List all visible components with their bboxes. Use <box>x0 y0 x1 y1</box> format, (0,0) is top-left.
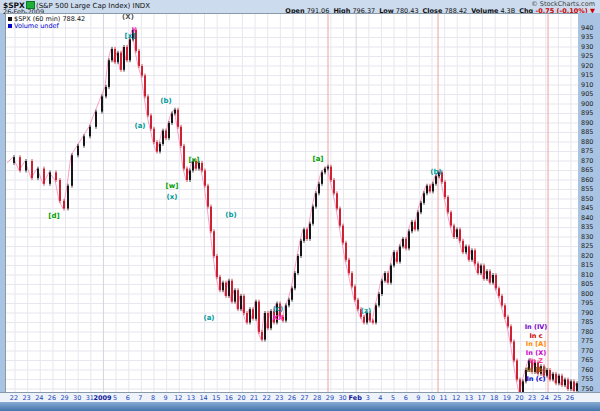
candle-body <box>138 51 140 66</box>
candle-body <box>37 169 39 179</box>
candle-body <box>177 110 179 127</box>
price-tick-label: 860 <box>581 176 593 184</box>
price-tick-label: 755 <box>581 375 593 383</box>
date-tick-label: 23 <box>528 394 536 402</box>
candle-body <box>63 201 65 209</box>
candle-body <box>210 207 212 232</box>
candle-body <box>183 146 185 169</box>
candle-body <box>49 172 51 183</box>
wave-label: (a) <box>203 314 214 322</box>
price-axis: 9409359309259209159109059008958908858808… <box>578 13 600 391</box>
candle-body <box>492 275 494 283</box>
candle-body <box>120 53 122 70</box>
candle-body <box>267 313 269 328</box>
date-tick-label: 24 <box>35 394 43 402</box>
candle-body <box>77 146 79 156</box>
candle-body <box>180 127 182 146</box>
candle-body <box>171 114 173 124</box>
candle-body <box>43 169 45 184</box>
price-tick-label: 800 <box>581 290 593 298</box>
date-tick-label: 3 <box>366 394 370 402</box>
date-tick-label: 27 <box>300 394 308 402</box>
price-tick-label: 865 <box>581 166 593 174</box>
date-tick-label: 26 <box>288 394 296 402</box>
candle-body <box>429 186 431 192</box>
candle-body <box>19 157 21 170</box>
candle-body <box>498 288 500 296</box>
candle-body <box>432 184 434 192</box>
price-tick-label: 795 <box>581 299 593 307</box>
candle-body <box>372 321 374 323</box>
candle-body <box>348 260 350 273</box>
index-name-label: (S&P 500 Large Cap Index) INDX <box>36 2 150 10</box>
price-tick-label: 815 <box>581 261 593 269</box>
candle-body <box>351 273 353 286</box>
candle-body <box>423 193 425 203</box>
date-tick-label: 12 <box>174 394 182 402</box>
candle-body <box>324 169 326 173</box>
candle-body <box>261 332 263 340</box>
degree-label: In (X) <box>514 349 558 357</box>
candle-body <box>453 226 455 237</box>
candle-body <box>417 212 419 229</box>
candle-body <box>126 47 128 60</box>
date-tick-label: 2009 <box>93 394 111 402</box>
candle-body <box>117 53 119 63</box>
candle-body <box>243 296 245 313</box>
candle-body <box>312 207 314 224</box>
candle-body <box>89 127 91 137</box>
candle-body <box>396 252 398 262</box>
price-tick-label: 805 <box>581 280 593 288</box>
chart-header: $SPX(S&P 500 Large Cap Index) INDX 26-Fe… <box>0 0 600 13</box>
candle-body <box>207 186 209 207</box>
price-tick-label: 905 <box>581 90 593 98</box>
candle-body <box>159 144 161 152</box>
wave-label: (z) <box>361 307 371 315</box>
candle-body <box>327 167 329 169</box>
price-tick-label: 770 <box>581 347 593 355</box>
candle-body <box>231 281 233 302</box>
degree-label: In (c) <box>514 375 558 383</box>
date-tick-label: 10 <box>427 394 435 402</box>
price-tick-label: 835 <box>581 223 593 231</box>
candle-body <box>303 229 305 240</box>
candle-body <box>462 241 464 252</box>
candle-body <box>83 136 85 146</box>
price-tick-label: 855 <box>581 185 593 193</box>
candle-body <box>306 229 308 239</box>
candle-body <box>378 294 380 305</box>
wave-label: (b) <box>160 97 171 105</box>
wave-label: [x] <box>189 156 200 164</box>
wave-label: XX <box>273 314 284 322</box>
candle-body <box>471 250 473 259</box>
price-tick-label: 880 <box>581 138 593 146</box>
candle-body <box>285 305 287 320</box>
date-tick-label: 5 <box>391 394 395 402</box>
candle-body <box>114 49 116 62</box>
candle-body <box>144 76 146 97</box>
candle-body <box>450 212 452 225</box>
date-tick-label: 28 <box>313 394 321 402</box>
candle-body <box>246 313 248 323</box>
candle-body <box>315 193 317 206</box>
date-tick-label: 23 <box>275 394 283 402</box>
candle-body <box>222 283 224 291</box>
candle-body <box>300 241 302 256</box>
candle-body <box>204 171 206 186</box>
candle-body <box>405 239 407 249</box>
candle-body <box>468 247 470 260</box>
date-tick-label: 25 <box>553 394 561 402</box>
date-tick-label: 9 <box>416 394 420 402</box>
price-plot-area: $SPX (60 min) 788.42 Volume undef (X)y[x… <box>5 13 579 393</box>
candle-body <box>330 167 332 180</box>
candle-body <box>363 317 365 323</box>
candle-body <box>444 182 446 197</box>
candle-body <box>486 271 488 279</box>
wave-label: [d] <box>48 212 59 220</box>
date-tick-label: 26 <box>48 394 56 402</box>
candle-body <box>297 256 299 273</box>
candle-body <box>156 142 158 152</box>
date-tick-label: 15 <box>212 394 220 402</box>
volume-legend-label: Volume undef <box>14 22 59 30</box>
price-tick-label: 910 <box>581 81 593 89</box>
